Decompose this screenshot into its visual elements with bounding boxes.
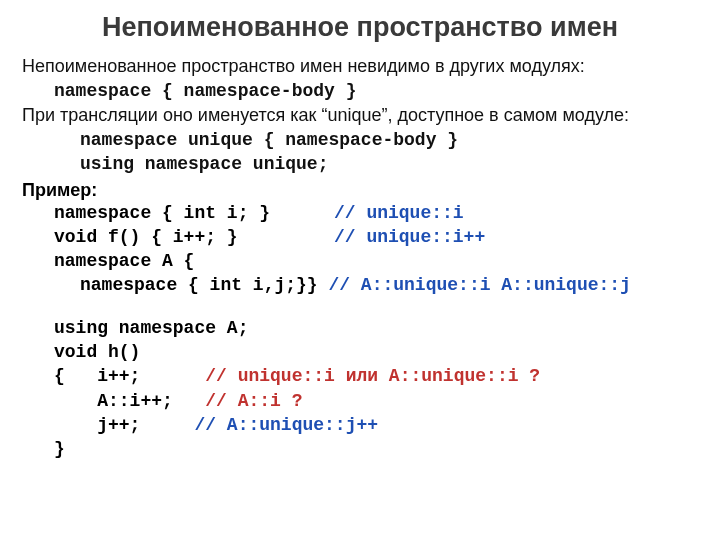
example-row-8: A::i++; // A::i ? [22,389,698,413]
example-label: Пример: [22,180,698,201]
paragraph-2: При трансляции оно именуется как “unique… [22,104,698,127]
code: void f() { i++; } [54,225,334,249]
comment: // unique::i [334,201,464,225]
example-row-2: void f() { i++; } // unique::i++ [22,225,698,249]
comment: // unique::i или A::unique::i ? [205,364,540,388]
example-row-1: namespace { int i; } // unique::i [22,201,698,225]
code: using namespace A; [54,316,248,340]
code: { i++; [54,364,205,388]
comment: // unique::i++ [334,225,485,249]
code: namespace A { [54,249,194,273]
code-snippet-2: namespace unique { namespace-body } [22,129,698,152]
blank-line [22,298,698,316]
comment: // A::unique::i A::unique::j [328,273,630,297]
comment: // A::i ? [205,389,302,413]
paragraph-1: Непоименованное пространство имен невиди… [22,55,698,78]
code: void h() [54,340,140,364]
example-row-3: namespace A { [22,249,698,273]
slide: Непоименованное пространство имен Непоим… [0,0,720,540]
example-row-4: namespace { int i,j;}} // A::unique::i A… [22,273,698,297]
code: j++; [54,413,194,437]
code-snippet-3: using namespace unique; [22,153,698,176]
example-row-7: { i++; // unique::i или A::unique::i ? [22,364,698,388]
code: namespace { int i; } [54,201,334,225]
slide-title: Непоименованное пространство имен [22,12,698,43]
code: namespace { int i,j;}} [80,273,328,297]
code: } [54,437,65,461]
code-snippet-1: namespace { namespace-body } [22,80,698,103]
example-row-5: using namespace A; [22,316,698,340]
example-row-9: j++; // A::unique::j++ [22,413,698,437]
code: A::i++; [54,389,205,413]
comment: // A::unique::j++ [194,413,378,437]
example-row-6: void h() [22,340,698,364]
example-row-10: } [22,437,698,461]
